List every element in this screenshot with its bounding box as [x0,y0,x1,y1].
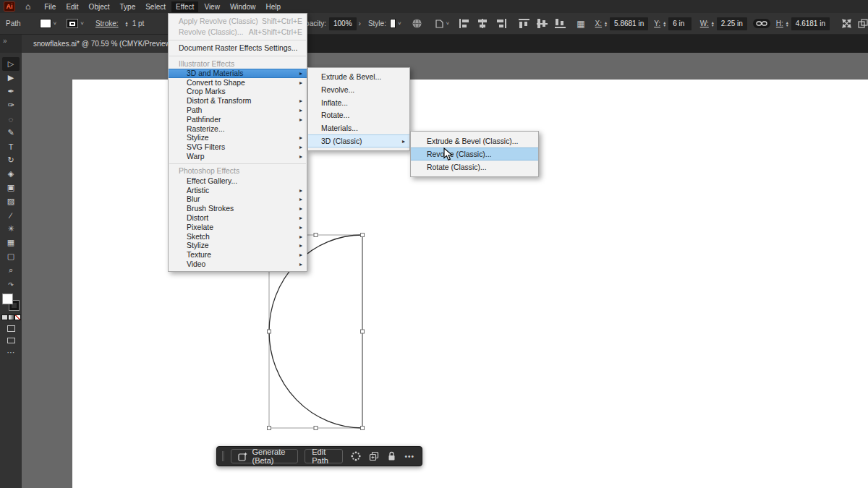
effect-menu-item-3d-and-materials[interactable]: 3D and Materials▸ [169,69,307,78]
app-logo-icon[interactable]: Ai [4,1,15,12]
fill-color-swatch[interactable] [40,19,51,28]
opacity-menu-arrow-icon[interactable]: › [359,20,361,27]
menubar-item-object[interactable]: Object [85,1,114,12]
menubar-item-type[interactable]: Type [116,1,140,12]
3d-materials-item-revolve[interactable]: Revolve... [308,84,409,97]
effect-menu-item-document-raster-effects-settings[interactable]: Document Raster Effects Settings... [169,43,307,53]
drawing-modes-button[interactable] [7,325,15,332]
effect-menu-item-video[interactable]: Video▸ [169,260,307,269]
effect-menu-item-effect-gallery[interactable]: Effect Gallery... [169,176,307,186]
selected-path-artwork[interactable] [0,53,868,488]
effect-menu-item-distort[interactable]: Distort▸ [169,213,307,223]
pen-tool[interactable]: ✒ [2,85,20,98]
reference-point-grid-icon[interactable]: ▦ [576,19,584,29]
w-input[interactable]: 2.25 in [717,17,747,30]
type-tool[interactable]: T [2,140,20,153]
x-input[interactable]: 5.8681 in [610,17,648,30]
gradient-button[interactable] [9,315,14,320]
link-width-height-icon[interactable] [753,19,770,28]
effect-menu-item-crop-marks[interactable]: Crop Marks [169,87,307,97]
paintbrush-tool[interactable]: ✎ [2,126,20,140]
effect-menu-item-sketch[interactable]: Sketch▸ [169,232,307,241]
edit-toolbar-icon[interactable]: ⋯ [7,348,15,356]
effect-menu-item-pathfinder[interactable]: Pathfinder▸ [169,115,307,124]
horizontal-align-left-icon[interactable] [459,19,470,28]
taskbar-more-button[interactable]: ••• [404,453,414,461]
3d-classic-item-rotate-classic[interactable]: Rotate (Classic)... [411,160,538,174]
rotate-tool[interactable]: ↻ [2,153,20,167]
stroke-weight-label[interactable]: Stroke: [95,20,119,27]
collapse-panels-icon[interactable]: » [0,35,22,53]
artboard-tool[interactable]: ▢ [2,249,20,263]
effect-menu-item-rasterize[interactable]: Rasterize... [169,124,307,134]
lock-icon[interactable] [387,451,396,461]
selection-tool[interactable]: ▷ [2,57,20,71]
vertical-align-top-icon[interactable] [519,19,529,28]
3d-materials-item-extrude-bevel[interactable]: Extrude & Bevel... [308,71,409,84]
gradient-tool[interactable]: ▨ [2,194,20,208]
fill-stroke-indicator[interactable] [3,294,19,310]
3d-materials-item-rotate[interactable]: Rotate... [308,109,409,122]
none-button[interactable] [15,315,20,320]
transform-icon[interactable] [841,18,852,29]
direct-selection-tool[interactable]: ▶ [2,71,20,85]
fill-indicator[interactable] [3,294,12,304]
effect-menu-item-texture[interactable]: Texture▸ [169,250,307,260]
menubar-item-view[interactable]: View [200,1,224,12]
3d-materials-item-3d-classic[interactable]: 3D (Classic)▸ [308,134,409,147]
eraser-tool[interactable]: ◈ [2,167,20,181]
document-setup-icon[interactable]: ˅ [434,19,450,29]
style-swatch[interactable] [390,19,396,28]
effect-menu-item-stylize[interactable]: Stylize▸ [169,241,307,251]
effect-menu-item-convert-to-shape[interactable]: Convert to Shape▸ [169,78,307,87]
graph-tool[interactable]: ▦ [2,236,20,249]
style-chevron-down-icon[interactable]: ˅ [398,20,401,27]
menubar-item-help[interactable]: Help [261,1,285,12]
fill-chevron-down-icon[interactable]: ˅ [54,20,57,27]
3d-materials-item-inflate[interactable]: Inflate... [308,96,409,109]
effect-menu-item-blur[interactable]: Blur▸ [169,195,307,205]
horizontal-align-right-icon[interactable] [495,19,506,28]
effect-menu-item-warp[interactable]: Warp▸ [169,152,307,161]
effect-menu-item-svg-filters[interactable]: SVG Filters▸ [169,142,307,152]
eyedropper-tool[interactable]: ∕ [2,208,20,222]
screen-mode-button[interactable] [7,338,15,343]
effect-menu-item-pixelate[interactable]: Pixelate▸ [169,223,307,232]
h-input[interactable]: 4.6181 in [791,17,830,30]
3d-classic-item-revolve-classic[interactable]: Revolve (Classic)... [411,147,538,160]
menubar-item-select[interactable]: Select [141,1,170,12]
horizontal-align-center-icon[interactable] [477,19,488,28]
stroke-chevron-down-icon[interactable]: ˅ [80,20,84,27]
stroke-weight-value[interactable]: 1 pt [132,20,145,27]
taskbar-drag-handle[interactable] [222,451,224,461]
zoom-tool[interactable]: ⌕ [2,263,20,277]
home-icon[interactable]: ⌂ [25,2,30,11]
edit-path-button[interactable]: Edit Path [305,449,343,463]
generative-settings-icon[interactable] [351,451,361,461]
effect-menu-item-distort-transform[interactable]: Distort & Transform▸ [169,96,307,106]
duplicate-icon[interactable] [369,451,379,461]
menubar-item-file[interactable]: File [40,1,60,12]
recolor-artwork-icon[interactable] [412,18,422,29]
stroke-stepper[interactable]: ▴▾ [126,21,128,27]
y-input[interactable]: 6 in [668,17,692,30]
effect-menu-item-path[interactable]: Path▸ [169,106,307,115]
opacity-input[interactable]: 100% [329,17,357,30]
menubar-item-edit[interactable]: Edit [61,1,82,12]
stroke-color-swatch[interactable] [67,19,78,28]
3d-classic-item-extrude-bevel-classic[interactable]: Extrude & Bevel (Classic)... [411,134,538,147]
ellipse-tool[interactable]: ◌ [2,112,20,126]
vertical-align-center-icon[interactable] [537,19,548,28]
effect-menu-item-artistic[interactable]: Artistic▸ [169,186,307,195]
menubar-item-effect[interactable]: Effect [171,1,198,12]
document-tab[interactable]: snowflakes.ai* @ 70.59 % (CMYK/Preview) [22,35,184,53]
generate-button[interactable]: Generate (Beta) [231,449,298,463]
swap-fill-stroke-icon[interactable]: ↷ [8,282,14,288]
color-button[interactable] [2,315,7,320]
shape-mode-icon[interactable] [858,19,868,29]
effect-menu-item-stylize[interactable]: Stylize▸ [169,134,307,143]
curvature-tool[interactable]: ✑ [2,98,20,112]
effect-menu-item-brush-strokes[interactable]: Brush Strokes▸ [169,204,307,213]
menubar-item-window[interactable]: Window [226,1,260,12]
vertical-align-bottom-icon[interactable] [555,19,566,28]
